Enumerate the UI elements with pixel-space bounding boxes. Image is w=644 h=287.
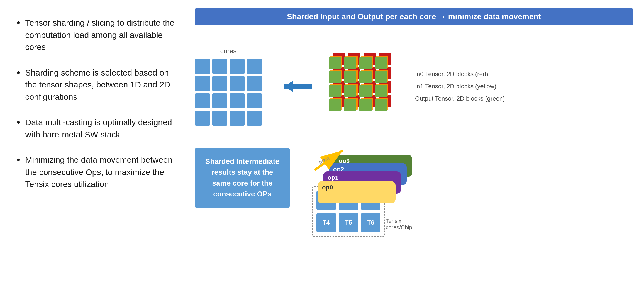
svg-rect-35 xyxy=(375,71,387,83)
lower-section: Sharded Intermediate results stay at the… xyxy=(195,148,633,242)
cores-section: cores xyxy=(195,47,262,126)
tensix-cell-T6: T6 xyxy=(361,213,380,232)
bullet-item-2: • Sharding scheme is selected based on t… xyxy=(17,67,178,103)
bullet-item-4: • Minimizing the data movement between t… xyxy=(17,154,178,190)
core-cell xyxy=(212,111,227,126)
svg-rect-17 xyxy=(344,85,356,97)
core-cell xyxy=(195,111,210,126)
core-cell xyxy=(230,111,245,126)
tensix-cell-T4: T4 xyxy=(316,213,336,232)
legend-section: In0 Tensor, 2D blocks (red) In1 Tensor, … xyxy=(415,70,505,102)
legend-item-3: Output Tensor, 2D blocks (green) xyxy=(415,95,505,102)
sharded-intermediate-box: Sharded Intermediate results stay at the… xyxy=(195,148,290,208)
blue-box-text: Sharded Intermediate results stay at the… xyxy=(202,156,283,200)
core-cell xyxy=(230,93,245,108)
core-cell xyxy=(230,76,245,91)
svg-rect-2 xyxy=(329,99,341,111)
core-cell xyxy=(195,93,210,108)
bullet-dot-1: • xyxy=(17,16,20,30)
time-arrow-svg: time xyxy=(309,148,354,173)
bullet-text-2: Sharding scheme is selected based on the… xyxy=(25,67,178,103)
svg-rect-5 xyxy=(344,99,356,111)
bullet-dot-2: • xyxy=(17,65,20,80)
bullet-text-1: Tensor sharding / slicing to distribute … xyxy=(25,17,178,53)
core-cell xyxy=(195,59,210,74)
core-cell xyxy=(247,93,262,108)
bullet-text-4: Minimizing the data movement between the… xyxy=(25,154,178,190)
svg-rect-32 xyxy=(359,71,372,83)
svg-rect-44 xyxy=(359,57,372,69)
upper-diagram: cores xyxy=(195,33,633,139)
bullet-text-3: Data multi-casting is optimally designed… xyxy=(25,116,178,140)
legend-item-1: In0 Tensor, 2D blocks (red) xyxy=(415,70,505,78)
core-cell xyxy=(212,76,227,91)
header-text: Sharded Input and Output per each core →… xyxy=(287,12,541,21)
bullet-dot-4: • xyxy=(17,153,20,167)
blocks-3d-wrapper xyxy=(323,42,407,131)
cores-label: cores xyxy=(220,47,237,55)
core-cell xyxy=(212,59,227,74)
cores-grid xyxy=(195,59,262,126)
core-cell xyxy=(247,59,262,74)
left-panel: • Tensor sharding / slicing to distribut… xyxy=(0,0,189,287)
bullet-item-1: • Tensor sharding / slicing to distribut… xyxy=(17,17,178,53)
tensix-label: Tensixcores/Chip xyxy=(386,218,412,231)
svg-rect-38 xyxy=(329,57,341,69)
op0-label: op0 xyxy=(322,184,333,191)
tensix-row-2: T4 T5 T6 xyxy=(316,213,380,232)
svg-rect-20 xyxy=(359,85,372,97)
header-banner: Sharded Input and Output per each core →… xyxy=(195,8,633,25)
svg-rect-26 xyxy=(329,71,341,83)
core-cell xyxy=(212,93,227,108)
core-cell xyxy=(195,76,210,91)
svg-rect-47 xyxy=(375,57,387,69)
legend-item-2: In1 Tensor, 2D blocks (yellow) xyxy=(415,83,505,90)
core-cell xyxy=(230,59,245,74)
op1-label: op1 xyxy=(328,174,338,181)
ops-section: time op3 op2 op1 op0 T0 T1 T2 xyxy=(301,148,633,237)
svg-rect-8 xyxy=(359,99,372,111)
core-cell xyxy=(247,76,262,91)
right-panel: Sharded Input and Output per each core →… xyxy=(189,0,644,287)
svg-rect-41 xyxy=(344,57,356,69)
core-cell xyxy=(247,111,262,126)
op0-card: op0 xyxy=(318,181,396,203)
bullet-dot-3: • xyxy=(17,115,20,130)
blocks-svg xyxy=(323,42,407,131)
left-arrow xyxy=(284,81,318,92)
svg-rect-14 xyxy=(329,85,341,97)
svg-rect-23 xyxy=(375,85,387,97)
svg-rect-11 xyxy=(375,99,387,111)
tensix-cell-T5: T5 xyxy=(339,213,358,232)
bullet-item-3: • Data multi-casting is optimally design… xyxy=(17,116,178,140)
svg-rect-29 xyxy=(344,71,356,83)
